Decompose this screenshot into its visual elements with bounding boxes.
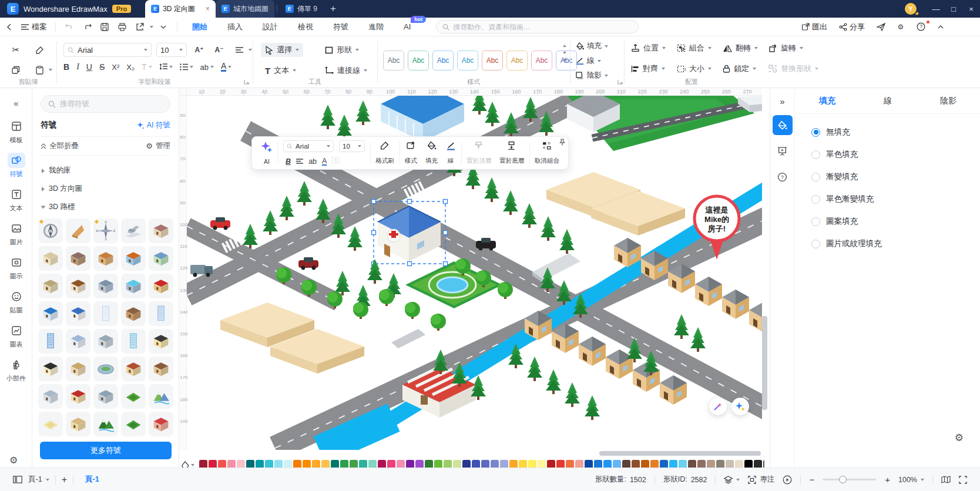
zoom-in-button[interactable]: +: [885, 475, 890, 485]
symbol-glass-building[interactable]: [38, 329, 63, 354]
style-button[interactable]: 樣式: [401, 140, 421, 166]
export-file-icon[interactable]: [132, 20, 147, 34]
focus-mode-button[interactable]: 專注: [748, 475, 774, 485]
horizontal-scrollbar[interactable]: [300, 451, 761, 456]
replace-shape-menu[interactable]: 替換形狀: [768, 63, 818, 74]
fill-option-圖案填充[interactable]: 圖案填充: [811, 210, 980, 233]
symbol-power-plant[interactable]: [121, 274, 146, 298]
sidebar-item-iconlib[interactable]: 圖示: [0, 251, 32, 285]
sidebar-item-sticker[interactable]: 貼圖: [0, 285, 32, 319]
copy-icon[interactable]: [8, 62, 24, 78]
symbol-landmark[interactable]: [149, 412, 173, 436]
menu-檢視[interactable]: 檢視: [292, 19, 319, 35]
align-icon[interactable]: [296, 157, 303, 166]
undo-icon[interactable]: [62, 20, 77, 34]
symbol-pine-tree[interactable]: [93, 412, 118, 436]
ungroup-button[interactable]: 取消組合: [531, 140, 563, 166]
text-style-icon[interactable]: T: [142, 62, 152, 72]
tab-close-icon[interactable]: ×: [203, 5, 212, 13]
collapse-ribbon-icon[interactable]: [933, 20, 948, 34]
symbol-store[interactable]: [149, 274, 173, 298]
fill-option-單色填充[interactable]: 單色填充: [811, 143, 980, 166]
close-button[interactable]: ×: [962, 0, 980, 18]
symbol-group-我的庫[interactable]: 我的庫: [32, 162, 179, 180]
symbol-hospital[interactable]: [66, 329, 90, 354]
symbol-town-houses[interactable]: [121, 357, 146, 381]
style-chip[interactable]: Abc: [531, 51, 552, 70]
help-panel-tab[interactable]: ?: [773, 167, 793, 187]
style-scroll-down-icon[interactable]: [563, 52, 566, 54]
pan-map-button[interactable]: [941, 476, 951, 483]
symbol-hotel[interactable]: [121, 301, 146, 326]
sidebar-item-chart[interactable]: 圖表: [0, 319, 32, 353]
help-icon[interactable]: ?: [913, 20, 928, 34]
select-tool[interactable]: 選擇: [261, 43, 303, 57]
format-tab-線[interactable]: 線: [878, 93, 898, 109]
connector-tool[interactable]: 連接線: [321, 63, 371, 78]
manage-button[interactable]: ⚙管理: [146, 141, 170, 151]
shadow-menu[interactable]: 陰影: [576, 70, 608, 80]
symbol-house[interactable]: [149, 329, 173, 354]
sidebar-item-symbols[interactable]: 符號: [0, 149, 32, 183]
fill-menu[interactable]: 填充: [576, 41, 608, 51]
menu-進階[interactable]: 進階: [363, 19, 390, 35]
maximize-button[interactable]: □: [945, 0, 962, 18]
style-chip[interactable]: Abc: [482, 51, 503, 70]
fill-option-漸變填充[interactable]: 漸變填充: [811, 166, 980, 188]
symbol-city-block[interactable]: [121, 246, 146, 271]
document-tab[interactable]: E傳單 9: [280, 0, 323, 18]
symbol-mall[interactable]: [38, 301, 63, 326]
collapse-panel-icon[interactable]: «: [0, 94, 32, 112]
page-panel-icon[interactable]: [13, 476, 22, 483]
layers-button[interactable]: [724, 476, 740, 484]
symbol-direction-arrow[interactable]: [66, 218, 90, 243]
symbol-train-station[interactable]: [38, 384, 63, 409]
symbol-park[interactable]: [121, 384, 146, 409]
increase-font-icon[interactable]: A⁺: [192, 42, 207, 58]
canvas-settings-gear-icon[interactable]: ⚙: [955, 432, 964, 444]
symbol-clinic[interactable]: [66, 301, 90, 326]
zoom-out-button[interactable]: −: [809, 475, 814, 485]
symbol-stadium[interactable]: [93, 357, 118, 381]
symbol-bank[interactable]: [38, 246, 63, 271]
share-button[interactable]: 分享: [834, 20, 870, 34]
collapse-format-panel-icon[interactable]: »: [780, 96, 784, 106]
style-chip[interactable]: Abc: [457, 51, 478, 70]
fit-window-button[interactable]: [959, 476, 967, 484]
avatar[interactable]: Y★: [905, 3, 917, 15]
fill-option-無填充[interactable]: 無填充: [811, 121, 980, 143]
export-dropdown-icon[interactable]: [150, 26, 153, 28]
symbol-airplane-runway[interactable]: [121, 218, 146, 243]
export-button[interactable]: 匯出: [797, 20, 832, 34]
more-tools-icon[interactable]: [156, 20, 171, 34]
save-icon[interactable]: [97, 20, 112, 34]
presentation-panel-tab[interactable]: [773, 141, 793, 161]
redo-icon[interactable]: [79, 20, 95, 34]
rotate-menu[interactable]: 旋轉: [768, 43, 803, 53]
fill-panel-tab[interactable]: [773, 115, 793, 135]
font-color-icon[interactable]: A: [322, 157, 327, 166]
format-painter-button[interactable]: 格式刷: [371, 140, 398, 166]
symbol-church[interactable]: [38, 274, 63, 298]
sidebar-item-template[interactable]: 模板: [0, 115, 32, 149]
align-icon[interactable]: [231, 42, 247, 58]
symbol-office-park[interactable]: [93, 329, 118, 354]
symbol-search[interactable]: [41, 95, 170, 113]
text-tool[interactable]: T 文本: [261, 63, 300, 78]
sidebar-item-text[interactable]: 文本: [0, 183, 32, 217]
menu-符號[interactable]: 符號: [327, 19, 354, 35]
font-size-select[interactable]: 10: [156, 43, 187, 57]
page-tab[interactable]: 頁-1: [79, 475, 105, 485]
sidebar-settings-gear-icon[interactable]: ⚙: [9, 455, 18, 466]
ai-assistant-button[interactable]: AI: [257, 140, 277, 166]
zoom-slider[interactable]: [823, 479, 877, 480]
symbol-bridge[interactable]: [66, 246, 90, 271]
pin-toolbar-icon[interactable]: [559, 139, 565, 147]
minimize-button[interactable]: —: [927, 0, 945, 18]
line-button[interactable]: 線: [442, 140, 460, 166]
fill-option-單色漸變填充[interactable]: 單色漸變填充: [811, 188, 980, 210]
line-menu[interactable]: 線: [576, 56, 601, 66]
sidebar-item-image[interactable]: 圖片: [0, 217, 32, 251]
style-chip[interactable]: Abc: [383, 51, 404, 70]
highlight-icon[interactable]: ab: [308, 157, 317, 166]
